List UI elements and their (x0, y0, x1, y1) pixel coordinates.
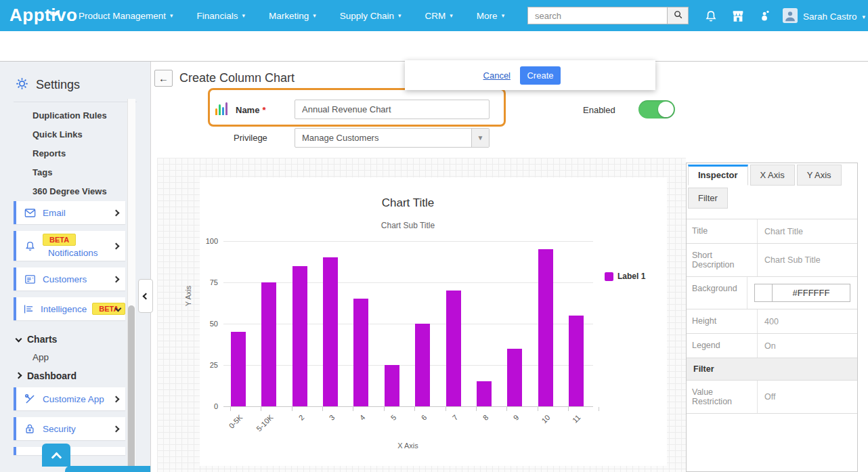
lock-icon (22, 423, 37, 435)
appbar: CUSTOMERS ▼ (0, 31, 868, 62)
x-tick-mark (261, 407, 261, 411)
sidebar-item-notifications[interactable]: BETANotifications (14, 231, 125, 261)
nav-menu-financials[interactable]: Financials▾ (197, 11, 245, 21)
sidebar-item-customers[interactable]: Customers (14, 267, 125, 291)
chevron-up-icon (51, 452, 62, 463)
x-axis-title: X Axis (223, 442, 592, 450)
inspector-row-value[interactable]: 400 (758, 309, 857, 333)
chart-bar (446, 291, 461, 406)
sidebar-collapse-handle[interactable] (138, 279, 153, 313)
store-icon[interactable] (730, 8, 746, 24)
nav-menu-product-management[interactable]: Product Management▾ (79, 11, 173, 21)
sidebar-item-label: Customize App (43, 394, 104, 404)
chevron-down-icon: ▼ (471, 129, 489, 147)
x-tick-mark (322, 407, 323, 411)
chart-bar (477, 381, 492, 406)
x-tick-mark (538, 407, 538, 411)
logo-text: Apptivo (9, 5, 77, 25)
page-title: Create Column Chart (179, 71, 295, 85)
inspector-row-value[interactable]: Chart Sub Title (758, 244, 857, 276)
chart-bar (569, 316, 584, 406)
referral-person-icon[interactable] (757, 8, 773, 24)
y-tick-label: 50 (200, 320, 218, 328)
scroll-up-tab[interactable] (42, 444, 70, 467)
toggle-knob (658, 102, 674, 117)
name-input[interactable] (295, 100, 490, 119)
tree-label: Charts (27, 334, 57, 345)
background-color-input[interactable]: #FFFFFF (754, 284, 850, 302)
nav-menu-supply-chain[interactable]: Supply Chain▾ (340, 11, 402, 21)
x-tick-mark (384, 407, 385, 411)
chevron-down-icon: ▾ (398, 12, 402, 19)
sidebar-item-security[interactable]: Security (14, 417, 125, 440)
chevron-down-icon: ▾ (863, 14, 866, 20)
y-tick-label: 75 (200, 278, 218, 286)
inspector-row-value[interactable]: #FFFFFF (747, 277, 857, 309)
chart-bar (415, 324, 430, 406)
legend-label: Label 1 (617, 272, 645, 281)
name-field-label: Name* (236, 105, 265, 115)
chart-bar (323, 257, 338, 406)
global-search-input[interactable] (527, 7, 667, 24)
nav-menu-more[interactable]: More▾ (477, 11, 504, 21)
chevron-down-icon: ▾ (502, 12, 505, 19)
chart-bar (507, 349, 522, 406)
sidebar-item-customize-app[interactable]: Customize App (14, 387, 125, 410)
x-tick-mark (599, 407, 599, 411)
tab-y-axis[interactable]: Y Axis (797, 165, 842, 186)
privilege-select[interactable]: Manage Customers ▼ (295, 128, 490, 148)
chart-title: Chart Title (223, 196, 592, 210)
user-menu[interactable]: Sarah Castro ▾ (783, 8, 865, 25)
chevron-right-icon (16, 372, 22, 379)
tab-x-axis[interactable]: X Axis (750, 165, 795, 186)
sidebar-item-label: Customers (43, 274, 87, 284)
filter-section-header: Filter (687, 358, 857, 381)
search-icon (673, 9, 683, 22)
inspector-row-label: Height (687, 309, 758, 333)
inspector-row-height: Height400 (687, 309, 857, 334)
create-button[interactable]: Create (520, 66, 561, 85)
name-label-text: Name (236, 105, 259, 115)
sidebar-item-email[interactable]: Email (14, 201, 125, 224)
inspector-row-value[interactable]: Off (758, 381, 857, 413)
inspector-panel: InspectorX AxisY AxisFilter TitleChart T… (686, 163, 858, 472)
required-asterisk: * (262, 105, 265, 115)
x-tick-mark (476, 407, 477, 411)
sidebar-item-label: Notifications (48, 248, 98, 258)
inspector-row-value[interactable]: Chart Title (758, 219, 857, 243)
action-popup: Cancel Create (405, 60, 655, 90)
app-root: Apptivo Product Management▾Financials▾Ma… (0, 0, 868, 472)
nav-menu-label: Financials (197, 11, 238, 21)
tab-inspector[interactable]: Inspector (688, 165, 748, 186)
avatar (783, 8, 798, 25)
x-tick-mark (414, 407, 415, 411)
back-button[interactable]: ← (154, 70, 173, 87)
inspector-row-label: Legend (687, 334, 758, 358)
chart-bar (261, 282, 276, 406)
cancel-button[interactable]: Cancel (483, 70, 511, 81)
user-name: Sarah Castro (803, 12, 857, 22)
sidebar-item-intelligence[interactable]: IntelligenceBETA (14, 297, 125, 320)
chart-bar (538, 249, 553, 406)
x-tick-mark (292, 407, 292, 411)
inspector-row-label: Title (687, 219, 758, 243)
chevron-right-icon (113, 276, 120, 282)
nav-menu-crm[interactable]: CRM▾ (425, 11, 453, 21)
nav-menu-marketing[interactable]: Marketing▾ (269, 11, 316, 21)
topbar: Apptivo Product Management▾Financials▾Ma… (0, 0, 868, 31)
enabled-toggle[interactable] (638, 100, 675, 119)
chevron-left-icon (142, 293, 149, 299)
tab-filter[interactable]: Filter (688, 188, 728, 209)
sidebar-scrollbar-thumb[interactable] (128, 305, 135, 472)
privilege-label: Privilege (234, 133, 267, 143)
chart-subtitle: Chart Sub Title (223, 221, 592, 230)
settings-header: Settings (0, 62, 150, 93)
inspector-row-background: Background#FFFFFF (687, 277, 857, 309)
inspector-row-value[interactable]: On (758, 334, 857, 358)
notifications-bell-icon[interactable] (703, 8, 719, 24)
global-search-button[interactable] (667, 7, 689, 24)
inspector-row-title: TitleChart Title (687, 219, 857, 244)
sidebar-item-label: Security (43, 424, 76, 434)
settings-sidebar: Settings Duplication RulesQuick LinksRep… (0, 62, 150, 472)
y-gridline (223, 241, 593, 242)
